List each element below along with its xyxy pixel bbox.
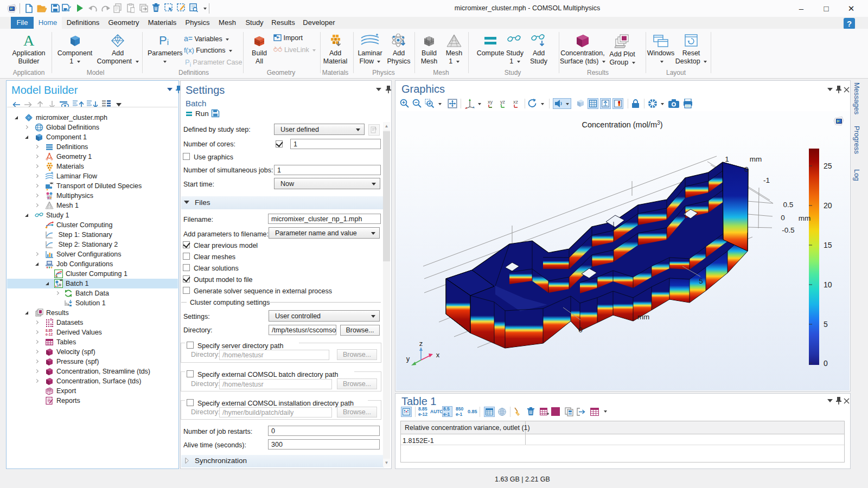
svg-text:xz: xz (513, 99, 519, 105)
svg-text:0: 0 (578, 326, 583, 334)
svg-text:mm: mm (637, 313, 650, 321)
svg-text:0: 0 (824, 359, 828, 368)
svg-text:mm: mm (799, 214, 811, 222)
svg-text:yz: yz (500, 99, 506, 105)
svg-text:25: 25 (824, 162, 832, 170)
svg-text:5: 5 (699, 277, 703, 285)
svg-text:y: y (406, 355, 410, 363)
svg-text:1: 1 (725, 155, 729, 163)
svg-text:z: z (419, 339, 423, 348)
svg-text:xy: xy (488, 99, 493, 105)
svg-text:Pi: Pi (159, 34, 169, 47)
svg-text:10: 10 (824, 280, 832, 289)
svg-text:-1: -1 (763, 176, 770, 184)
svg-text:0: 0 (744, 165, 749, 174)
svg-text:x: x (436, 351, 440, 359)
svg-text:0: 0 (781, 214, 785, 222)
svg-text:Concentration (mol/m3): Concentration (mol/m3) (582, 120, 662, 130)
svg-text:5: 5 (824, 320, 828, 329)
svg-text:20: 20 (824, 201, 832, 210)
svg-text:15: 15 (824, 241, 832, 249)
svg-text:-0.5: -0.5 (782, 226, 794, 234)
svg-text:mm: mm (750, 155, 762, 163)
svg-text:0.5: 0.5 (783, 201, 794, 209)
svg-text:A: A (23, 34, 35, 48)
